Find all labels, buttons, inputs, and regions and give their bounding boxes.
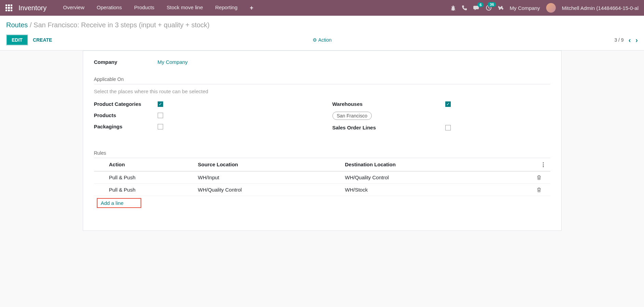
trash-icon bbox=[537, 187, 541, 193]
messages-badge: 6 bbox=[477, 2, 484, 7]
row-delete[interactable] bbox=[537, 187, 550, 193]
row-source: WH/Quality Control bbox=[198, 187, 345, 193]
pager-prev[interactable]: ‹ bbox=[629, 36, 631, 44]
trash-icon bbox=[537, 175, 541, 180]
apps-icon[interactable] bbox=[5, 4, 12, 11]
pager-count: 3 / 9 bbox=[614, 37, 623, 43]
breadcrumb-root[interactable]: Routes bbox=[6, 21, 28, 29]
pager: 3 / 9 ‹ › bbox=[614, 36, 638, 44]
nav-products[interactable]: Products bbox=[128, 4, 160, 12]
action-dropdown[interactable]: Action bbox=[313, 37, 332, 43]
sales-order-lines-checkbox[interactable] bbox=[445, 125, 451, 130]
topbar: Inventory Overview Operations Products S… bbox=[0, 0, 644, 16]
applicable-on-note: Select the places where this route can b… bbox=[94, 84, 550, 98]
activity-icon[interactable]: 36 bbox=[486, 5, 492, 11]
add-line-wrap: Add a line bbox=[94, 196, 550, 210]
warehouse-tag[interactable]: San Francisco bbox=[332, 112, 372, 120]
nav-reporting[interactable]: Reporting bbox=[209, 4, 244, 12]
nav-add[interactable]: + bbox=[244, 4, 260, 12]
action-label: Action bbox=[318, 37, 332, 43]
product-categories-label: Product Categories bbox=[94, 101, 158, 107]
product-categories-checkbox[interactable]: ✓ bbox=[158, 101, 163, 107]
company-selector[interactable]: My Company bbox=[510, 5, 540, 11]
table-row[interactable]: Pull & Push WH/Quality Control WH/Stock bbox=[94, 184, 550, 196]
nav-stock-move-line[interactable]: Stock move line bbox=[160, 4, 209, 12]
messages-icon[interactable]: 6 bbox=[473, 5, 479, 11]
add-line-highlight: Add a line bbox=[97, 198, 142, 208]
form-sheet: Company My Company Applicable On Select … bbox=[83, 51, 562, 231]
tools-icon[interactable] bbox=[498, 5, 503, 11]
packagings-row: Packagings bbox=[94, 121, 312, 132]
activity-badge: 36 bbox=[488, 2, 496, 7]
gear-icon bbox=[313, 37, 317, 43]
breadcrumb: Routes / San Francisco: Receive in 3 ste… bbox=[6, 21, 638, 29]
rules-table: Action Source Location Destination Locat… bbox=[94, 158, 550, 210]
action-bar: EDIT CREATE Action 3 / 9 ‹ › bbox=[0, 32, 644, 51]
nav-overview[interactable]: Overview bbox=[57, 4, 91, 12]
phone-icon[interactable] bbox=[462, 5, 467, 11]
row-action: Pull & Push bbox=[109, 187, 198, 193]
products-checkbox[interactable] bbox=[158, 113, 163, 118]
app-title[interactable]: Inventory bbox=[18, 4, 47, 12]
user-menu[interactable]: Mitchell Admin (14484664-15-0-al bbox=[562, 5, 639, 11]
create-button[interactable]: CREATE bbox=[33, 37, 52, 43]
add-line-link[interactable]: Add a line bbox=[101, 200, 124, 206]
rules-header-action: Action bbox=[109, 162, 198, 168]
applicable-on-grid: Product Categories ✓ Products Packagings… bbox=[94, 98, 550, 133]
applicable-on-title: Applicable On bbox=[94, 69, 550, 84]
products-label: Products bbox=[94, 112, 158, 118]
avatar[interactable] bbox=[546, 3, 556, 13]
row-dest: WH/Stock bbox=[345, 187, 537, 193]
nav-items: Overview Operations Products Stock move … bbox=[57, 4, 260, 12]
rules-header: Action Source Location Destination Locat… bbox=[94, 158, 550, 171]
company-row: Company My Company bbox=[94, 51, 550, 69]
applicable-left: Product Categories ✓ Products Packagings bbox=[94, 98, 312, 133]
rules-title: Rules bbox=[94, 143, 550, 158]
packagings-label: Packagings bbox=[94, 124, 158, 129]
products-row: Products bbox=[94, 110, 312, 121]
edit-button[interactable]: EDIT bbox=[6, 34, 28, 45]
breadcrumb-sep: / bbox=[30, 21, 32, 29]
topbar-right: 6 36 My Company Mitchell Admin (14484664… bbox=[450, 3, 639, 13]
sales-order-lines-label: Sales Order Lines bbox=[332, 125, 445, 130]
row-source: WH/Input bbox=[198, 175, 345, 180]
row-delete[interactable] bbox=[537, 175, 550, 180]
topbar-left: Inventory Overview Operations Products S… bbox=[5, 4, 260, 12]
row-action: Pull & Push bbox=[109, 175, 198, 180]
rules-header-options[interactable]: ⋮ bbox=[537, 162, 550, 168]
nav-operations[interactable]: Operations bbox=[91, 4, 128, 12]
bug-icon[interactable] bbox=[450, 5, 456, 11]
content-wrap: Company My Company Applicable On Select … bbox=[0, 51, 644, 231]
company-label: Company bbox=[94, 59, 158, 65]
packagings-checkbox[interactable] bbox=[158, 124, 163, 129]
pager-next[interactable]: › bbox=[635, 36, 638, 44]
breadcrumb-bar: Routes / San Francisco: Receive in 3 ste… bbox=[0, 16, 644, 32]
product-categories-row: Product Categories ✓ bbox=[94, 98, 312, 110]
breadcrumb-current: San Francisco: Receive in 3 steps (input… bbox=[34, 21, 210, 29]
applicable-right: Warehouses ✓ San Francisco Sales Order L… bbox=[332, 98, 550, 133]
warehouses-row: Warehouses ✓ bbox=[332, 98, 550, 110]
table-row[interactable]: Pull & Push WH/Input WH/Quality Control bbox=[94, 171, 550, 184]
sales-order-lines-row: Sales Order Lines bbox=[332, 122, 550, 133]
warehouses-checkbox[interactable]: ✓ bbox=[445, 101, 451, 107]
rules-header-source: Source Location bbox=[198, 162, 345, 168]
row-dest: WH/Quality Control bbox=[345, 175, 537, 180]
warehouses-label: Warehouses bbox=[332, 101, 445, 107]
company-value[interactable]: My Company bbox=[158, 59, 188, 65]
rules-header-dest: Destination Location bbox=[345, 162, 537, 168]
